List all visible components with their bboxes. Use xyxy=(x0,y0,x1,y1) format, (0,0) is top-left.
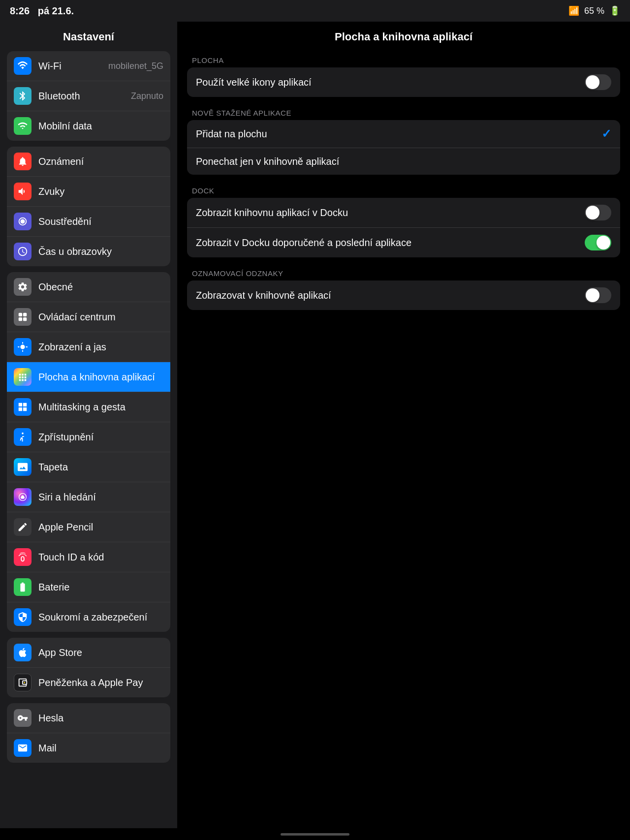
toggle-knob-3 xyxy=(597,236,610,249)
show-app-library-label: Zobrazit knihovnu aplikací v Docku xyxy=(196,207,585,218)
sidebar-item-sounds[interactable]: Zvuky xyxy=(7,177,170,207)
section-label-dock: DOCK xyxy=(177,179,630,198)
battery-indicator: 65 % xyxy=(584,6,604,16)
svg-rect-3 xyxy=(23,317,27,321)
sidebar-item-passwords[interactable]: Hesla xyxy=(7,703,170,733)
large-icons-label: Použít velké ikony aplikací xyxy=(196,77,585,88)
sidebar-group-system: Obecné Ovládací centrum Zobrazení a jas … xyxy=(7,272,170,632)
settings-row-show-in-library[interactable]: Zobrazovat v knihovně aplikací xyxy=(187,280,620,310)
sidebar-group-connectivity: Wi-Fi mobilenet_5G Bluetooth Zapnuto Mob… xyxy=(7,51,170,141)
settings-row-show-suggested[interactable]: Zobrazit v Docku doporučené a poslední a… xyxy=(187,228,620,257)
accessibility-icon xyxy=(14,428,32,446)
settings-group-newapps: Přidat na plochu ✓ Ponechat jen v knihov… xyxy=(187,120,620,175)
battery-label: Baterie xyxy=(38,582,163,593)
section-label-newapps: NOVĚ STAŽENÉ APLIKACE xyxy=(177,101,630,120)
touchid-icon xyxy=(14,548,32,566)
sidebar-group-store: App Store Peněženka a Apple Pay xyxy=(7,638,170,697)
add-to-home-checkmark: ✓ xyxy=(601,127,611,141)
sidebar-item-wallpaper[interactable]: Tapeta xyxy=(7,452,170,482)
toggle-knob xyxy=(586,75,599,89)
status-right: 📶 65 % 🔋 xyxy=(568,5,620,16)
sidebar-item-homescreen[interactable]: Plocha a knihovna aplikací xyxy=(7,362,170,392)
large-icons-toggle[interactable] xyxy=(585,74,611,90)
settings-group-plocha: Použít velké ikony aplikací xyxy=(187,67,620,97)
sidebar-item-pencil[interactable]: Apple Pencil xyxy=(7,512,170,542)
sidebar-item-wallet[interactable]: Peněženka a Apple Pay xyxy=(7,668,170,697)
settings-row-large-icons[interactable]: Použít velké ikony aplikací xyxy=(187,67,620,97)
mail-icon xyxy=(14,739,32,757)
appstore-icon xyxy=(14,644,32,661)
touchid-label: Touch ID a kód xyxy=(38,552,163,563)
mobile-data-label: Mobilní data xyxy=(38,121,163,132)
add-to-home-label: Přidat na plochu xyxy=(196,128,601,140)
screentime-label: Čas u obrazovky xyxy=(38,246,163,257)
sidebar-item-screentime[interactable]: Čas u obrazovky xyxy=(7,237,170,266)
sidebar-item-mobile-data[interactable]: Mobilní data xyxy=(7,111,170,141)
app-library-only-label: Ponechat jen v knihovně aplikací xyxy=(196,156,611,167)
general-label: Obecné xyxy=(38,281,163,293)
battery-sidebar-icon xyxy=(14,578,32,596)
sidebar-item-appstore[interactable]: App Store xyxy=(7,638,170,668)
sidebar-item-battery[interactable]: Baterie xyxy=(7,572,170,602)
sidebar-item-siri[interactable]: Siri a hledání xyxy=(7,482,170,512)
mail-label: Mail xyxy=(38,743,163,754)
home-indicator xyxy=(0,828,630,840)
display-label: Zobrazení a jas xyxy=(38,342,163,353)
show-in-library-toggle[interactable] xyxy=(585,287,611,303)
show-app-library-toggle[interactable] xyxy=(585,205,611,220)
show-suggested-toggle[interactable] xyxy=(585,235,611,250)
sidebar: Nastavení Wi-Fi mobilenet_5G Bluetooth Z… xyxy=(0,22,177,828)
wifi-value: mobilenet_5G xyxy=(108,61,163,71)
main-layout: Nastavení Wi-Fi mobilenet_5G Bluetooth Z… xyxy=(0,22,630,828)
sidebar-item-touchid[interactable]: Touch ID a kód xyxy=(7,542,170,572)
wifi-label: Wi-Fi xyxy=(38,61,108,72)
show-in-library-label: Zobrazovat v knihovně aplikací xyxy=(196,290,585,301)
sidebar-item-general[interactable]: Obecné xyxy=(7,272,170,302)
sounds-label: Zvuky xyxy=(38,186,163,197)
sidebar-group-notifications: Oznámení Zvuky Soustředění Čas u obrazov… xyxy=(7,147,170,266)
sidebar-item-display[interactable]: Zobrazení a jas xyxy=(7,332,170,362)
bluetooth-icon xyxy=(14,87,32,105)
display-icon xyxy=(14,338,32,356)
controlcenter-label: Ovládací centrum xyxy=(38,311,163,323)
sidebar-item-controlcenter[interactable]: Ovládací centrum xyxy=(7,302,170,332)
show-suggested-label: Zobrazit v Docku doporučené a poslední a… xyxy=(196,237,585,249)
multitasking-label: Multitasking a gesta xyxy=(38,402,163,413)
svg-rect-2 xyxy=(19,317,22,321)
sidebar-item-bluetooth[interactable]: Bluetooth Zapnuto xyxy=(7,81,170,111)
controlcenter-icon xyxy=(14,308,32,326)
sidebar-item-privacy[interactable]: Soukromí a zabezpečení xyxy=(7,602,170,632)
battery-icon: 🔋 xyxy=(609,5,620,16)
settings-group-badges: Zobrazovat v knihovně aplikací xyxy=(187,280,620,310)
sidebar-item-notifications[interactable]: Oznámení xyxy=(7,147,170,177)
general-icon xyxy=(14,278,32,296)
status-time: 8:26 pá 21.6. xyxy=(10,5,74,17)
settings-row-app-library-only[interactable]: Ponechat jen v knihovně aplikací xyxy=(187,148,620,175)
home-bar xyxy=(281,833,349,836)
notifications-label: Oznámení xyxy=(38,156,163,167)
settings-row-add-to-home[interactable]: Přidat na plochu ✓ xyxy=(187,120,620,148)
homescreen-icon xyxy=(14,368,32,386)
passwords-icon xyxy=(14,709,32,727)
settings-row-show-app-library[interactable]: Zobrazit knihovnu aplikací v Docku xyxy=(187,198,620,228)
toggle-knob-2 xyxy=(586,206,599,219)
section-label-badges: OZNAMOVACÍ ODZNAKY xyxy=(177,261,630,280)
pencil-label: Apple Pencil xyxy=(38,522,163,533)
mobile-data-icon xyxy=(14,117,32,135)
wallpaper-label: Tapeta xyxy=(38,462,163,473)
bluetooth-label: Bluetooth xyxy=(38,91,131,102)
sidebar-title: Nastavení xyxy=(0,22,177,48)
sidebar-item-accessibility[interactable]: Zpřístupnění xyxy=(7,422,170,452)
sidebar-item-wifi[interactable]: Wi-Fi mobilenet_5G xyxy=(7,51,170,81)
content-title: Plocha a knihovna aplikací xyxy=(177,22,630,48)
sidebar-item-focus[interactable]: Soustředění xyxy=(7,207,170,237)
focus-label: Soustředění xyxy=(38,216,163,227)
sidebar-item-multitasking[interactable]: Multitasking a gesta xyxy=(7,392,170,422)
svg-rect-1 xyxy=(23,313,27,316)
screentime-icon xyxy=(14,243,32,260)
accessibility-label: Zpřístupnění xyxy=(38,432,163,443)
sidebar-item-mail[interactable]: Mail xyxy=(7,733,170,763)
focus-icon xyxy=(14,213,32,230)
sounds-icon xyxy=(14,183,32,200)
notifications-icon xyxy=(14,153,32,170)
